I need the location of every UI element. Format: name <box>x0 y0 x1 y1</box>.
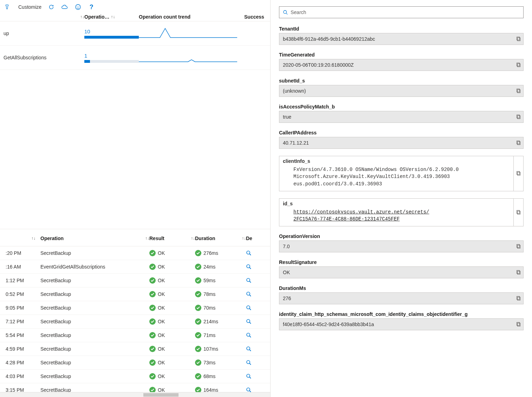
property-field: TenantIdb438b4f6-912a-46d5-9cb1-b4406921… <box>279 26 524 45</box>
cell-details[interactable] <box>246 278 267 283</box>
magnifier-icon[interactable] <box>246 373 267 379</box>
svg-point-11 <box>247 306 250 309</box>
horizontal-scrollbar[interactable] <box>0 392 270 397</box>
copy-icon[interactable] <box>516 62 521 67</box>
cell-details[interactable] <box>246 373 267 379</box>
checkmark-icon <box>195 264 201 270</box>
copy-icon[interactable] <box>516 140 521 145</box>
table-row[interactable]: 7:12 PMSecretBackupOK214ms <box>0 315 270 329</box>
svg-point-17 <box>247 347 250 350</box>
checkmark-icon <box>195 250 201 256</box>
magnifier-icon[interactable] <box>246 305 267 311</box>
property-value[interactable]: 276 <box>279 292 524 304</box>
magnifier-icon[interactable] <box>246 278 267 283</box>
table-row[interactable]: 9:05 PMSecretBackupOK70ms <box>0 301 270 315</box>
table-row[interactable]: 4:59 PMSecretBackupOK107ms <box>0 342 270 356</box>
property-value[interactable]: 2020-05-06T00:19:20.6180000Z <box>279 59 524 71</box>
copy-icon[interactable] <box>516 114 521 119</box>
sort-icon[interactable]: ↑↓ <box>111 14 115 19</box>
cloud-icon[interactable] <box>61 4 68 11</box>
cell-details[interactable] <box>246 250 267 256</box>
svg-point-25 <box>284 11 287 14</box>
svg-point-1 <box>77 6 78 7</box>
copy-icon[interactable] <box>516 88 521 93</box>
search-input[interactable] <box>291 9 520 15</box>
scrollbar-thumb[interactable] <box>143 393 179 397</box>
table-row[interactable]: 0:52 PMSecretBackupOK78ms <box>0 287 270 301</box>
copy-icon[interactable] <box>516 296 521 301</box>
smiley-icon[interactable] <box>74 4 82 11</box>
cell-details[interactable] <box>246 319 267 324</box>
details-col-operation[interactable]: Operation <box>40 236 64 241</box>
copy-icon[interactable] <box>516 244 521 249</box>
cell-time: 5:54 PM <box>4 332 40 338</box>
cell-details[interactable] <box>246 291 267 297</box>
sort-icon[interactable]: ↑↓ <box>145 236 149 241</box>
property-value[interactable]: FxVersion/4.7.3610.0 OSName/Windows OSVe… <box>279 165 513 191</box>
magnifier-icon[interactable] <box>246 264 267 270</box>
table-row[interactable]: 4:28 PMSecretBackupOK73ms <box>0 356 270 370</box>
summary-row[interactable]: GetAllSubscriptions1 <box>0 46 270 70</box>
cell-result: OK <box>149 373 195 379</box>
cell-details[interactable] <box>246 305 267 311</box>
details-col-details[interactable]: De <box>246 236 252 241</box>
magnifier-icon[interactable] <box>246 291 267 297</box>
property-value[interactable]: b438b4f6-912a-46d5-9cb1-b44069212abc <box>279 33 524 45</box>
property-value[interactable]: https://contosokvscus.vault.azure.net/se… <box>279 207 513 226</box>
svg-line-18 <box>249 350 251 351</box>
copy-icon[interactable] <box>513 156 523 191</box>
count-bar <box>84 60 139 63</box>
copy-icon[interactable] <box>516 270 521 275</box>
summary-col-trend[interactable]: Operation count trend <box>139 14 190 20</box>
summary-row[interactable]: up10 <box>0 21 270 46</box>
table-row[interactable]: 5:54 PMSecretBackupOK71ms <box>0 329 270 342</box>
property-field: identity_claim_http_schemas_microsoft_co… <box>279 311 524 330</box>
magnifier-icon[interactable] <box>246 346 267 352</box>
cell-result: OK <box>149 277 195 284</box>
property-value[interactable]: f40e18f0-6544-45c2-9d24-639a8bb3b41a <box>279 318 524 330</box>
property-value[interactable]: 7.0 <box>279 240 524 252</box>
property-field: OperationVersion7.0 <box>279 233 524 252</box>
checkmark-icon <box>149 332 156 338</box>
refresh-icon[interactable] <box>48 4 55 11</box>
summary-col-operation[interactable]: Operatio… <box>84 14 110 20</box>
magnifier-icon[interactable] <box>246 332 267 338</box>
sort-icon[interactable]: ↑↓ <box>31 236 35 241</box>
property-value[interactable]: (unknown) <box>279 85 524 97</box>
cell-details[interactable] <box>246 264 267 270</box>
magnifier-icon[interactable] <box>246 360 267 365</box>
property-value[interactable]: true <box>279 111 524 123</box>
search-box[interactable] <box>279 6 524 18</box>
copy-icon[interactable] <box>516 37 521 41</box>
cell-details[interactable] <box>246 346 267 352</box>
cell-time: 4:28 PM <box>4 360 40 365</box>
cell-duration: 68ms <box>195 373 246 379</box>
table-row[interactable]: 1:12 PMSecretBackupOK59ms <box>0 274 270 287</box>
summary-row-count: 1 <box>84 53 139 63</box>
sort-icon[interactable]: ↑↓ <box>191 236 195 241</box>
details-col-duration[interactable]: Duration <box>195 236 215 241</box>
pin-icon[interactable] <box>4 4 11 11</box>
property-field: TimeGenerated2020-05-06T00:19:20.6180000… <box>279 52 524 71</box>
cell-details[interactable] <box>246 332 267 338</box>
help-icon[interactable]: ? <box>88 4 95 11</box>
table-row[interactable]: :20 PMSecretBackupOK276ms <box>0 246 270 260</box>
svg-point-13 <box>247 319 250 323</box>
table-row[interactable]: 4:03 PMSecretBackupOK68ms <box>0 370 270 383</box>
details-col-result[interactable]: Result <box>149 236 164 241</box>
property-value[interactable]: OK <box>279 266 524 278</box>
copy-icon[interactable] <box>516 322 521 327</box>
sort-icon[interactable]: ↑↓ <box>242 236 246 241</box>
copy-icon[interactable] <box>513 199 523 226</box>
property-value[interactable]: 40.71.12.21 <box>279 137 524 149</box>
customize-button[interactable]: Customize <box>18 4 41 10</box>
sort-icon[interactable]: ↑↓ <box>80 14 84 19</box>
cell-time: :20 PM <box>4 250 40 256</box>
summary-col-success[interactable]: Success <box>244 14 264 20</box>
table-row[interactable]: :16 AMEventGridGetAllSubscriptionsOK24ms <box>0 260 270 274</box>
magnifier-icon[interactable] <box>246 319 267 324</box>
property-label: identity_claim_http_schemas_microsoft_co… <box>279 311 524 317</box>
magnifier-icon[interactable] <box>246 250 267 256</box>
summary-row-name: GetAllSubscriptions <box>4 55 84 60</box>
cell-details[interactable] <box>246 360 267 365</box>
